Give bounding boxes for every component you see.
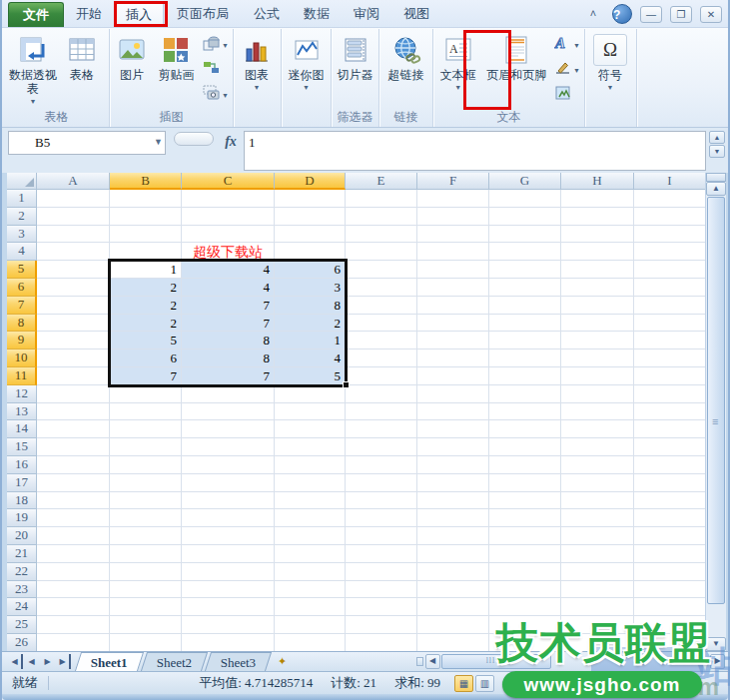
cell-H21[interactable]: [561, 545, 634, 563]
row-header-8[interactable]: 8: [7, 315, 37, 333]
cell-H10[interactable]: [561, 350, 634, 367]
cell-I19[interactable]: [634, 509, 706, 527]
cell-E20[interactable]: [346, 527, 417, 545]
cell-G18[interactable]: [489, 492, 561, 510]
screenshot-button[interactable]: ▼: [201, 84, 231, 106]
column-header-I[interactable]: I: [634, 173, 706, 190]
hyperlink-button[interactable]: 超链接: [381, 31, 430, 110]
formula-scroll-down-icon[interactable]: ▼: [709, 145, 725, 158]
sparklines-button[interactable]: 迷你图 ▼: [284, 31, 329, 110]
cell-F19[interactable]: [417, 509, 489, 527]
cell-F20[interactable]: [417, 527, 489, 545]
cell-I15[interactable]: [634, 438, 706, 456]
tab-formulas[interactable]: 公式: [242, 2, 292, 27]
cell-G12[interactable]: [489, 385, 561, 403]
cell-I2[interactable]: [634, 208, 706, 226]
cell-E16[interactable]: [346, 456, 417, 474]
cell-C25[interactable]: [182, 616, 275, 634]
cell-F8[interactable]: [417, 315, 489, 333]
cell-B21[interactable]: [110, 545, 182, 563]
cell-A25[interactable]: [37, 616, 110, 634]
cell-G20[interactable]: [489, 527, 561, 545]
cell-I12[interactable]: [634, 385, 706, 403]
cell-I11[interactable]: [634, 367, 706, 385]
cell-C19[interactable]: [182, 509, 275, 527]
tab-page-layout[interactable]: 页面布局: [164, 2, 242, 27]
cell-E7[interactable]: [346, 297, 417, 315]
cell-G4[interactable]: [489, 243, 561, 261]
picture-button[interactable]: 图片: [112, 31, 152, 110]
insert-worksheet-icon[interactable]: ✦: [270, 652, 296, 671]
cell-F14[interactable]: [417, 420, 489, 438]
cell-H6[interactable]: [561, 279, 634, 297]
cell-G19[interactable]: [489, 509, 561, 527]
cell-F3[interactable]: [417, 226, 489, 244]
cell-H24[interactable]: [561, 598, 634, 616]
cell-E12[interactable]: [346, 385, 417, 403]
cell-B19[interactable]: [110, 509, 182, 527]
cell-B9[interactable]: 5: [110, 332, 182, 350]
page-layout-view-icon[interactable]: ▥: [475, 675, 494, 692]
cell-E5[interactable]: [346, 261, 417, 279]
fill-handle[interactable]: [343, 381, 350, 388]
cell-F21[interactable]: [417, 545, 489, 563]
name-box[interactable]: B5 ▼: [8, 131, 166, 155]
select-all-corner[interactable]: [7, 173, 37, 190]
column-header-G[interactable]: G: [489, 173, 561, 190]
cell-D18[interactable]: [275, 492, 346, 510]
cell-E4[interactable]: [346, 243, 417, 261]
cell-E11[interactable]: [346, 367, 417, 385]
cell-E9[interactable]: [346, 332, 417, 350]
cell-A24[interactable]: [37, 598, 110, 616]
row-header-7[interactable]: 7: [7, 297, 37, 315]
cell-F16[interactable]: [417, 456, 489, 474]
cell-D12[interactable]: [275, 385, 346, 403]
smartart-button[interactable]: [201, 59, 231, 81]
help-icon[interactable]: ?: [612, 4, 632, 24]
cell-D13[interactable]: [275, 403, 346, 421]
cell-G5[interactable]: [489, 261, 561, 279]
slicer-button[interactable]: 切片器: [334, 31, 376, 110]
cell-C15[interactable]: [182, 438, 275, 456]
row-header-21[interactable]: 21: [7, 545, 37, 563]
cell-A14[interactable]: [37, 420, 110, 438]
cell-A10[interactable]: [37, 350, 110, 367]
chart-button[interactable]: 图表 ▼: [236, 31, 278, 110]
cell-F24[interactable]: [417, 598, 489, 616]
cell-B5[interactable]: 1: [110, 261, 182, 279]
cell-A8[interactable]: [37, 315, 110, 333]
wordart-button[interactable]: A ▼: [552, 34, 582, 56]
cell-G15[interactable]: [489, 438, 561, 456]
next-sheet-icon[interactable]: ▶: [40, 654, 55, 669]
cell-A17[interactable]: [37, 474, 110, 492]
cell-B25[interactable]: [110, 616, 182, 634]
cell-F4[interactable]: [417, 243, 489, 261]
row-header-13[interactable]: 13: [7, 403, 37, 421]
cell-B17[interactable]: [110, 474, 182, 492]
row-header-17[interactable]: 17: [7, 474, 37, 492]
cell-E23[interactable]: [346, 581, 417, 599]
cell-A15[interactable]: [37, 438, 110, 456]
cell-D22[interactable]: [275, 563, 346, 581]
cell-I21[interactable]: [634, 545, 706, 563]
cell-F15[interactable]: [417, 438, 489, 456]
cell-A2[interactable]: [37, 208, 110, 226]
cell-F22[interactable]: [417, 563, 489, 581]
cell-B15[interactable]: [110, 438, 182, 456]
row-header-1[interactable]: 1: [7, 190, 37, 208]
cell-E3[interactable]: [346, 226, 417, 244]
cell-C9[interactable]: 8: [182, 332, 275, 350]
cell-H11[interactable]: [561, 367, 634, 385]
cell-C17[interactable]: [182, 474, 275, 492]
cell-B16[interactable]: [110, 456, 182, 474]
insert-function-button[interactable]: fx: [218, 131, 244, 155]
row-header-19[interactable]: 19: [7, 509, 37, 527]
cell-D20[interactable]: [275, 527, 346, 545]
cell-C26[interactable]: [182, 634, 275, 651]
cell-A20[interactable]: [37, 527, 110, 545]
cell-F10[interactable]: [417, 350, 489, 367]
name-box-dropdown-icon[interactable]: ▼: [154, 137, 163, 147]
cell-B7[interactable]: 2: [110, 297, 182, 315]
cell-G11[interactable]: [489, 367, 561, 385]
cell-B11[interactable]: 7: [110, 367, 182, 385]
